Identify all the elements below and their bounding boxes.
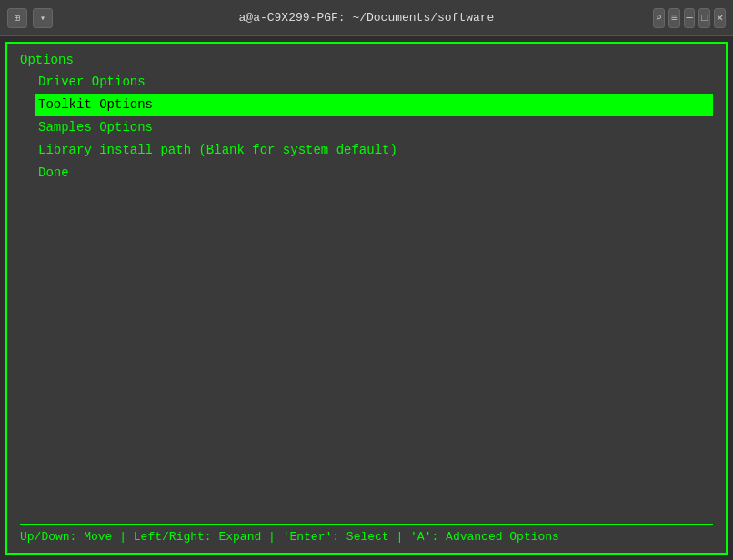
window-icon-button[interactable]: ⊞: [7, 8, 27, 28]
window-icon: ⊞: [15, 13, 20, 24]
menu-item-driver-options[interactable]: Driver Options: [35, 71, 713, 94]
chevron-down-icon: ▾: [40, 13, 45, 24]
search-button[interactable]: ⌕: [653, 8, 665, 28]
menu-heading: Options: [20, 53, 713, 67]
menu-item-library-install-path[interactable]: Library install path (Blank for system d…: [35, 139, 713, 162]
titlebar: ⊞ ▾ a@a-C9X299-PGF: ~/Documents/software…: [0, 0, 733, 36]
window-title: a@a-C9X299-PGF: ~/Documents/software: [80, 11, 653, 25]
menu-item-samples-options[interactable]: Samples Options: [35, 116, 713, 139]
titlebar-right-controls: ⌕ ≡ ─ □ ✕: [653, 8, 726, 28]
terminal-window: Options Driver Options Toolkit Options S…: [5, 42, 728, 555]
status-bar: Up/Down: Move | Left/Right: Expand | 'En…: [20, 524, 713, 544]
menu-icon: ≡: [671, 12, 678, 25]
menu-button[interactable]: ≡: [668, 8, 680, 28]
menu-item-done[interactable]: Done: [35, 162, 713, 185]
close-button[interactable]: ✕: [714, 8, 726, 28]
search-icon: ⌕: [656, 11, 662, 25]
maximize-icon: □: [701, 12, 708, 25]
titlebar-left-controls: ⊞ ▾: [7, 8, 80, 28]
close-icon: ✕: [717, 11, 723, 25]
dropdown-button[interactable]: ▾: [33, 8, 53, 28]
minimize-icon: ─: [686, 12, 692, 25]
maximize-button[interactable]: □: [698, 8, 710, 28]
menu-area: Options Driver Options Toolkit Options S…: [20, 53, 713, 524]
menu-item-toolkit-options[interactable]: Toolkit Options: [35, 94, 713, 116]
minimize-button[interactable]: ─: [684, 8, 696, 28]
